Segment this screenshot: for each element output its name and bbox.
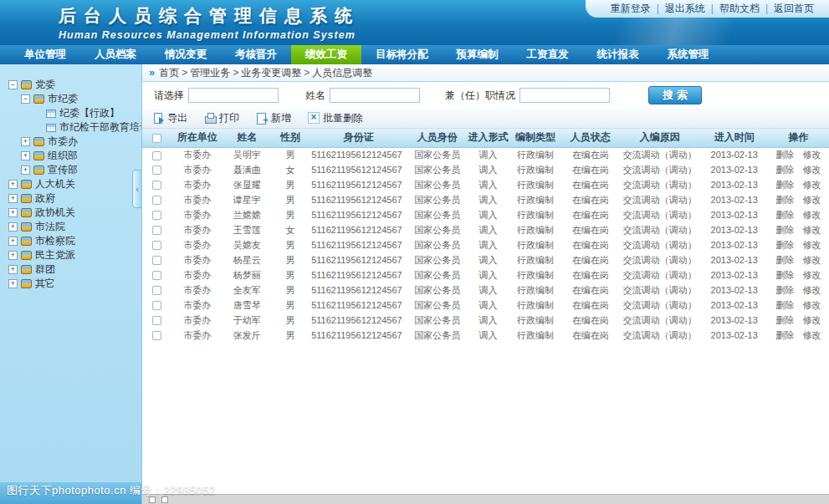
tree-node-8[interactable]: +政府 (0, 191, 141, 206)
select-all-checkbox[interactable] (152, 134, 161, 143)
quick-link-2[interactable]: 帮助文档 (716, 3, 763, 14)
nav-item-5[interactable]: 目标将分配 (361, 45, 443, 64)
edit-row-link[interactable]: 修改 (799, 330, 826, 340)
org-unit-icon (21, 222, 32, 232)
edit-row-link[interactable]: 修改 (799, 255, 826, 265)
tree-node-6[interactable]: +宣传部 (0, 163, 141, 177)
row-checkbox[interactable] (152, 151, 161, 160)
tree-node-4[interactable]: +市委办 (0, 135, 141, 149)
job-filter-input[interactable] (519, 88, 610, 103)
toolbar-export-button[interactable]: 导出 (152, 111, 187, 125)
row-checkbox[interactable] (152, 226, 161, 235)
expand-toggle-icon[interactable]: + (8, 279, 18, 288)
tree-node-3[interactable]: 市纪检干部教育培训中心 (0, 120, 141, 135)
row-checkbox[interactable] (152, 256, 161, 265)
tree-node-13[interactable]: +群团 (0, 262, 141, 277)
delete-row-link[interactable]: 删除 (772, 240, 799, 250)
delete-row-link[interactable]: 删除 (772, 285, 799, 295)
breadcrumb-item-0[interactable]: 首页 (159, 67, 179, 79)
expand-toggle-icon[interactable]: + (8, 222, 18, 232)
nav-item-1[interactable]: 人员档案 (80, 45, 151, 64)
tree-node-9[interactable]: +政协机关 (0, 206, 141, 220)
expand-toggle-icon[interactable]: + (8, 265, 18, 274)
quick-link-1[interactable]: 退出系统 (662, 3, 709, 14)
expand-toggle-icon[interactable]: + (8, 180, 18, 189)
row-checkbox[interactable] (152, 271, 161, 280)
toolbar-add-button[interactable]: 新增 (256, 111, 291, 125)
delete-row-link[interactable]: 删除 (772, 150, 799, 160)
edit-row-link[interactable]: 修改 (799, 225, 826, 235)
row-checkbox[interactable] (152, 241, 161, 250)
nav-item-9[interactable]: 系统管理 (653, 45, 724, 64)
delete-row-link[interactable]: 删除 (772, 315, 799, 325)
quick-link-3[interactable]: 返回首页 (770, 3, 817, 14)
delete-row-link[interactable]: 删除 (772, 195, 799, 205)
tree-node-2[interactable]: 纪委【行政】 (0, 106, 141, 120)
nav-item-4[interactable]: 绩效工资 (291, 45, 361, 64)
tree-node-11[interactable]: +市检察院 (0, 234, 141, 248)
nav-item-8[interactable]: 统计报表 (583, 45, 653, 64)
nav-item-3[interactable]: 考核晋升 (221, 45, 291, 64)
edit-row-link[interactable]: 修改 (799, 270, 826, 280)
row-checkbox[interactable] (152, 286, 161, 295)
edit-row-link[interactable]: 修改 (799, 300, 826, 310)
collapse-toggle-icon[interactable]: − (21, 94, 30, 104)
name-filter-input[interactable] (330, 88, 420, 103)
delete-row-link[interactable]: 删除 (772, 300, 799, 310)
nav-item-7[interactable]: 工资直发 (513, 45, 583, 64)
row-checkbox[interactable] (152, 331, 161, 340)
edit-row-link[interactable]: 修改 (799, 195, 826, 205)
row-checkbox[interactable] (152, 211, 161, 220)
edit-row-link[interactable]: 修改 (799, 240, 826, 250)
expand-toggle-icon[interactable]: + (21, 151, 30, 160)
row-checkbox[interactable] (152, 301, 161, 310)
row-checkbox[interactable] (152, 181, 161, 190)
delete-row-link[interactable]: 删除 (772, 210, 799, 220)
nav-item-6[interactable]: 预算编制 (443, 45, 513, 64)
expand-toggle-icon[interactable]: + (8, 251, 18, 260)
tree-node-5[interactable]: +组织部 (0, 149, 141, 163)
toolbar-batch-delete-button[interactable]: 批量删除 (308, 111, 363, 125)
tree-node-14[interactable]: +其它 (0, 277, 141, 291)
delete-row-link[interactable]: 删除 (772, 180, 799, 190)
edit-row-link[interactable]: 修改 (799, 315, 826, 325)
row-checkbox[interactable] (152, 165, 161, 175)
delete-row-link[interactable]: 删除 (772, 255, 799, 265)
sidebar-collapse-handle[interactable]: ‹ (132, 170, 141, 208)
tree-node-12[interactable]: +民主党派 (0, 248, 141, 262)
row-checkbox[interactable] (152, 316, 161, 325)
delete-row-link[interactable]: 删除 (772, 270, 799, 280)
breadcrumb-item-3[interactable]: 人员信息调整 (312, 67, 372, 79)
tree-node-10[interactable]: +市法院 (0, 220, 141, 234)
breadcrumb-item-2[interactable]: 业务变更调整 (241, 67, 301, 79)
nav-item-2[interactable]: 情况变更 (151, 45, 221, 64)
tree-node-0[interactable]: −党委 (0, 78, 141, 92)
delete-row-link[interactable]: 删除 (772, 165, 799, 175)
expand-toggle-icon[interactable]: + (21, 165, 30, 175)
select-filter-input[interactable] (188, 88, 279, 103)
edit-row-link[interactable]: 修改 (799, 285, 826, 295)
edit-row-link[interactable]: 修改 (799, 165, 826, 175)
edit-row-link[interactable]: 修改 (799, 180, 826, 190)
collapse-toggle-icon[interactable]: − (8, 80, 18, 89)
quick-link-0[interactable]: 重新登录 (607, 3, 654, 14)
nav-item-0[interactable]: 单位管理 (10, 45, 80, 64)
row-actions-cell: 删除修改 (768, 298, 829, 313)
delete-row-link[interactable]: 删除 (772, 225, 799, 235)
expand-toggle-icon[interactable]: + (8, 194, 18, 203)
tree-node-1[interactable]: −市纪委 (0, 92, 141, 106)
expand-toggle-icon[interactable]: + (21, 137, 30, 146)
toolbar-print-button[interactable]: 打印 (204, 111, 239, 125)
expand-toggle-icon[interactable]: + (8, 237, 18, 246)
tree-node-7[interactable]: +人大机关 (0, 177, 141, 191)
row-checkbox[interactable] (152, 196, 161, 205)
row-actions-cell: 删除修改 (768, 207, 829, 222)
search-button[interactable]: 搜 索 (648, 86, 702, 104)
expand-toggle-icon[interactable]: + (8, 208, 18, 217)
edit-row-link[interactable]: 修改 (799, 150, 826, 160)
delete-row-link[interactable]: 删除 (772, 330, 799, 340)
edit-row-link[interactable]: 修改 (799, 210, 826, 220)
breadcrumb-item-1[interactable]: 管理业务 (190, 67, 230, 79)
cell-status: 在编在岗 (561, 162, 619, 177)
cell-status: 在编在岗 (561, 283, 619, 298)
